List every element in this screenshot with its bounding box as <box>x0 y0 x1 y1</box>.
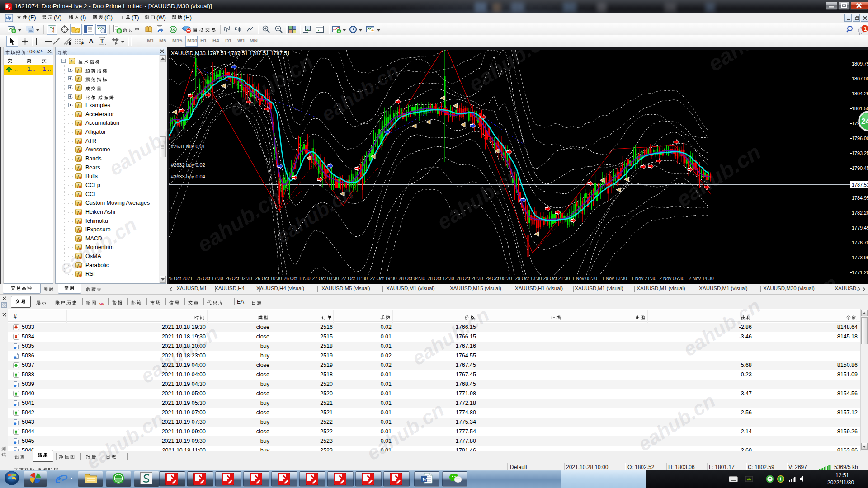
svg-text:eahub.cn: eahub.cn <box>749 271 842 284</box>
svg-text:eahub.cn: eahub.cn <box>193 185 286 257</box>
svg-text:1: 1 <box>864 25 867 32</box>
svg-text:1773.95: 1773.95 <box>852 255 868 260</box>
svg-text:26 Oct 02:30: 26 Oct 02:30 <box>226 276 252 281</box>
svg-text:W: W <box>422 477 427 482</box>
svg-text:eahub.cn: eahub.cn <box>704 50 797 76</box>
svg-text:29 Oct 13:30: 29 Oct 13:30 <box>515 276 542 281</box>
svg-text:1 Nov 13:30: 1 Nov 13:30 <box>602 276 627 281</box>
svg-text:1779.45: 1779.45 <box>852 225 868 230</box>
svg-text:e: e <box>55 472 61 486</box>
svg-text:1771.20: 1771.20 <box>852 270 868 275</box>
svg-text:27 Oct 03:30: 27 Oct 03:30 <box>312 276 339 281</box>
svg-text:27 Oct 11:30: 27 Oct 11:30 <box>341 276 368 281</box>
svg-text:2 Nov 14:30: 2 Nov 14:30 <box>689 276 714 281</box>
svg-text:1784.95: 1784.95 <box>852 195 868 201</box>
svg-text:eahub.cn: eahub.cn <box>672 140 765 211</box>
svg-text:1793.25: 1793.25 <box>852 150 868 156</box>
svg-text:27 Oct 19:30: 27 Oct 19:30 <box>370 276 397 281</box>
svg-text:28 Oct 04:30: 28 Oct 04:30 <box>399 276 425 281</box>
svg-text:1776.70: 1776.70 <box>852 240 868 245</box>
svg-text:1809.75: 1809.75 <box>852 61 868 66</box>
svg-text:E: E <box>69 42 71 45</box>
svg-text:29 Oct 05:30: 29 Oct 05:30 <box>486 276 512 281</box>
svg-text:#2633 buy 0.04: #2633 buy 0.04 <box>171 174 205 179</box>
svg-text:1790.45: 1790.45 <box>852 165 868 171</box>
svg-text:26 Oct 18:30: 26 Oct 18:30 <box>284 276 311 281</box>
svg-text:28 Oct 20:30: 28 Oct 20:30 <box>457 276 483 281</box>
svg-text:1 Nov 05:30: 1 Nov 05:30 <box>572 276 597 281</box>
svg-text:25 Oct 17:30: 25 Oct 17:30 <box>197 276 223 281</box>
svg-text:29 Oct 21:30: 29 Oct 21:30 <box>543 276 570 281</box>
svg-text:eahub.cn: eahub.cn <box>433 162 526 234</box>
svg-text:1787.51: 1787.51 <box>852 182 868 188</box>
svg-text:2 Nov 06:30: 2 Nov 06:30 <box>659 276 684 281</box>
svg-text:1804.25: 1804.25 <box>852 91 868 96</box>
svg-text:24: 24 <box>861 117 868 126</box>
svg-text:T: T <box>100 38 104 44</box>
svg-text:#2631 buy 0.01: #2631 buy 0.01 <box>171 144 205 149</box>
svg-text:1807.00: 1807.00 <box>852 76 868 81</box>
svg-text:eahub.cn: eahub.cn <box>464 50 557 96</box>
svg-text:26 Oct 10:30: 26 Oct 10:30 <box>255 276 282 281</box>
svg-text:XAUUSD,M30 1787.51 1787.51 17: XAUUSD,M30 1787.51 1787.51 1787.51 1787.… <box>171 50 290 56</box>
svg-text:28 Oct 12:30: 28 Oct 12:30 <box>428 276 454 281</box>
svg-text:#2632 buy 0.02: #2632 buy 0.02 <box>171 162 205 168</box>
svg-text:25 Oct 2021: 25 Oct 2021 <box>169 276 193 281</box>
svg-text:1801.50: 1801.50 <box>852 106 868 111</box>
svg-text:1782.20: 1782.20 <box>852 210 868 216</box>
svg-text:F: F <box>81 42 84 45</box>
svg-text:1796.00: 1796.00 <box>852 136 868 141</box>
svg-text:1 Nov 21:30: 1 Nov 21:30 <box>631 276 656 281</box>
